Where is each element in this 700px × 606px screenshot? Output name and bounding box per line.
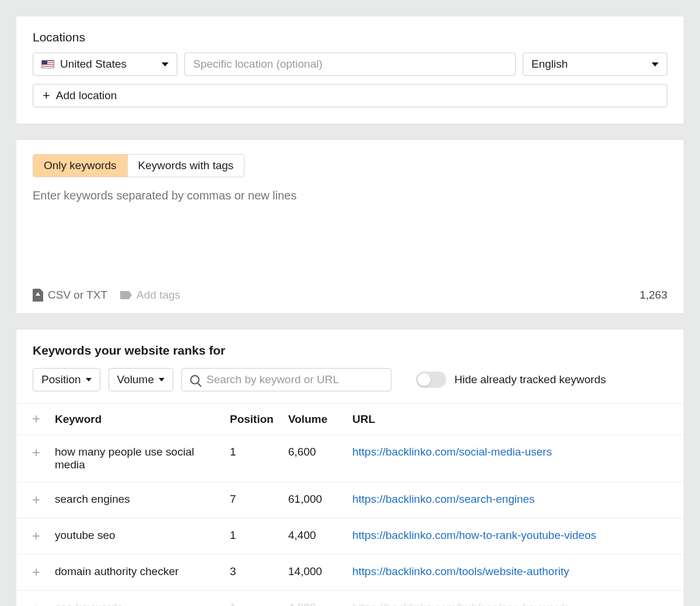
table-row: +seo keywords14,000https://backlinko.com… bbox=[16, 591, 684, 607]
col-position: Position bbox=[224, 404, 282, 435]
add-tags-button[interactable]: Add tags bbox=[120, 289, 180, 302]
table-row: +domain authority checker314,000https://… bbox=[16, 555, 684, 591]
rankings-title: Keywords your website ranks for bbox=[33, 344, 667, 358]
language-select[interactable]: English bbox=[523, 52, 667, 76]
locations-panel: Locations United States Specific locatio… bbox=[16, 16, 684, 124]
cell-url: https://backlinko.com/how-to-rank-youtub… bbox=[346, 519, 684, 555]
result-url-link[interactable]: https://backlinko.com/how-to-rank-youtub… bbox=[352, 529, 596, 541]
keywords-count: 1,263 bbox=[639, 289, 667, 302]
upload-file-icon bbox=[33, 289, 43, 302]
cell-url: https://backlinko.com/tools/website-auth… bbox=[346, 555, 684, 591]
keywords-entry-panel: Only keywords Keywords with tags CSV or … bbox=[16, 140, 684, 313]
keywords-footer: CSV or TXT Add tags 1,263 bbox=[33, 289, 667, 302]
locations-row: United States Specific location (optiona… bbox=[33, 52, 667, 76]
locations-heading: Locations bbox=[33, 30, 667, 44]
add-keyword-icon[interactable]: + bbox=[32, 600, 40, 606]
specific-location-input[interactable]: Specific location (optional) bbox=[184, 52, 516, 76]
table-row: +youtube seo14,400https://backlinko.com/… bbox=[16, 519, 684, 555]
table-row: +search engines761,000https://backlinko.… bbox=[16, 482, 684, 519]
flag-us-icon bbox=[41, 60, 54, 68]
result-url-link[interactable]: https://backlinko.com/tools/website-auth… bbox=[352, 565, 569, 577]
rankings-table: + Keyword Position Volume URL +how many … bbox=[16, 403, 684, 606]
cell-url: https://backlinko.com/social-media-users bbox=[346, 435, 684, 482]
keyword-search-input[interactable] bbox=[206, 373, 383, 386]
result-url-link[interactable]: https://backlinko.com/hub/seo/seo-keywor… bbox=[352, 601, 570, 606]
cell-keyword: how many people use social media bbox=[49, 435, 224, 482]
add-location-label: Add location bbox=[56, 89, 117, 102]
country-select[interactable]: United States bbox=[33, 52, 177, 76]
add-keyword-icon[interactable]: + bbox=[32, 492, 40, 507]
rankings-filters: Position Volume Hide already tracked key… bbox=[33, 368, 667, 391]
add-keyword-icon[interactable]: + bbox=[32, 564, 40, 580]
cell-keyword: youtube seo bbox=[49, 519, 224, 555]
volume-filter[interactable]: Volume bbox=[108, 368, 173, 391]
result-url-link[interactable]: https://backlinko.com/social-media-users bbox=[352, 446, 552, 458]
cell-volume: 61,000 bbox=[282, 482, 346, 519]
upload-csv-txt-button[interactable]: CSV or TXT bbox=[33, 289, 107, 302]
tab-keywords-with-tags[interactable]: Keywords with tags bbox=[127, 155, 244, 177]
tab-only-keywords[interactable]: Only keywords bbox=[33, 155, 127, 177]
cell-url: https://backlinko.com/hub/seo/seo-keywor… bbox=[346, 591, 684, 607]
keywords-tabs: Only keywords Keywords with tags bbox=[33, 154, 244, 177]
chevron-down-icon bbox=[162, 62, 169, 66]
position-filter[interactable]: Position bbox=[33, 368, 100, 391]
keywords-textarea[interactable] bbox=[33, 189, 667, 282]
cell-keyword: search engines bbox=[49, 482, 224, 519]
cell-volume: 14,000 bbox=[282, 555, 346, 591]
keyword-search-wrap bbox=[181, 368, 391, 391]
upload-label: CSV or TXT bbox=[48, 289, 107, 302]
search-icon bbox=[190, 375, 200, 384]
add-keyword-icon[interactable]: + bbox=[32, 444, 40, 460]
chevron-down-icon bbox=[86, 378, 92, 381]
specific-location-placeholder: Specific location (optional) bbox=[193, 58, 323, 71]
cell-position: 7 bbox=[224, 482, 282, 519]
add-location-button[interactable]: + Add location bbox=[33, 84, 667, 107]
cell-volume: 6,600 bbox=[282, 435, 346, 482]
country-selected-label: United States bbox=[60, 58, 127, 71]
table-row: +how many people use social media16,600h… bbox=[16, 435, 684, 482]
cell-volume: 4,000 bbox=[282, 591, 346, 607]
cell-position: 1 bbox=[224, 519, 282, 555]
hide-tracked-label: Hide already tracked keywords bbox=[454, 373, 606, 386]
add-keyword-icon[interactable]: + bbox=[32, 528, 40, 544]
cell-position: 1 bbox=[224, 435, 282, 482]
result-url-link[interactable]: https://backlinko.com/search-engines bbox=[352, 493, 535, 505]
add-all-icon[interactable]: + bbox=[32, 411, 40, 426]
rankings-panel: Keywords your website ranks for Position… bbox=[16, 330, 684, 606]
cell-keyword: seo keywords bbox=[49, 591, 224, 607]
tag-icon bbox=[120, 291, 132, 299]
cell-volume: 4,400 bbox=[282, 519, 346, 555]
cell-position: 3 bbox=[224, 555, 282, 591]
cell-position: 1 bbox=[224, 591, 282, 607]
plus-icon: + bbox=[43, 89, 50, 102]
cell-url: https://backlinko.com/search-engines bbox=[346, 482, 684, 519]
col-keyword: Keyword bbox=[49, 404, 224, 435]
col-url: URL bbox=[346, 404, 684, 435]
add-tags-label: Add tags bbox=[136, 289, 180, 302]
col-volume: Volume bbox=[282, 404, 346, 435]
chevron-down-icon bbox=[652, 62, 659, 66]
chevron-down-icon bbox=[159, 378, 164, 381]
cell-keyword: domain authority checker bbox=[49, 555, 224, 591]
language-selected-label: English bbox=[531, 58, 568, 71]
hide-tracked-toggle[interactable] bbox=[416, 372, 446, 388]
